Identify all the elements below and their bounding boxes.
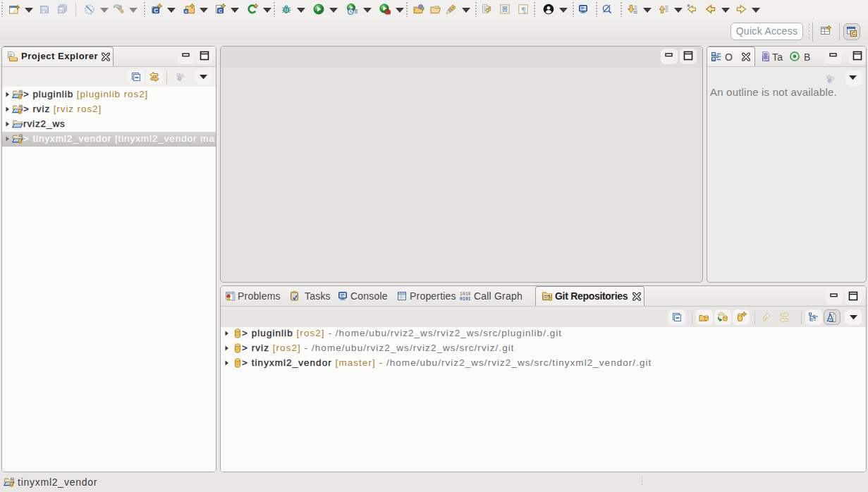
svg-text:C: C (154, 7, 158, 14)
svg-text:1010: 1010 (460, 292, 470, 297)
svg-text:0101: 0101 (460, 297, 470, 302)
svg-text:¶: ¶ (521, 4, 526, 15)
svg-text:C: C (219, 8, 223, 14)
svg-text:C: C (852, 31, 855, 36)
